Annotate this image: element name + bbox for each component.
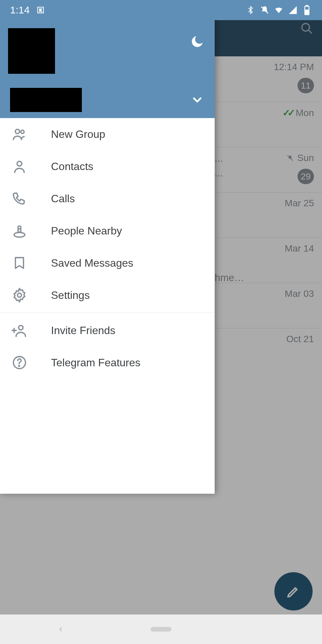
- bluetooth-icon: [246, 5, 256, 15]
- battery-icon: [302, 5, 312, 15]
- signal-icon: [288, 5, 298, 15]
- system-nav-bar: [0, 614, 322, 644]
- menu-calls[interactable]: Calls: [0, 182, 215, 215]
- menu-label: People Nearby: [51, 225, 122, 237]
- menu-label: Telegram Features: [51, 357, 141, 369]
- svg-point-5: [15, 129, 20, 134]
- svg-point-8: [14, 232, 25, 237]
- user-avatar[interactable]: [8, 28, 55, 74]
- svg-point-15: [19, 366, 19, 366]
- menu-label: Invite Friends: [51, 324, 115, 337]
- night-mode-toggle[interactable]: [189, 34, 205, 50]
- menu-label: Calls: [51, 193, 75, 205]
- nav-home-pill[interactable]: [151, 627, 171, 632]
- bookmark-icon: [11, 255, 28, 271]
- svg-point-6: [21, 130, 24, 133]
- status-clock: 1:14: [10, 4, 30, 16]
- menu-settings[interactable]: Settings: [0, 279, 215, 311]
- svg-point-11: [18, 325, 23, 330]
- menu-label: New Group: [51, 128, 105, 141]
- chevron-down-icon: [191, 93, 204, 107]
- menu-saved-messages[interactable]: Saved Messages: [0, 247, 215, 279]
- menu-label: Settings: [51, 289, 90, 302]
- nav-back-icon[interactable]: [57, 626, 64, 633]
- person-icon: [11, 158, 28, 174]
- wifi-icon: [274, 5, 284, 15]
- gear-icon: [11, 287, 28, 303]
- invite-icon: [11, 322, 28, 338]
- menu-invite-friends[interactable]: Invite Friends: [0, 314, 215, 346]
- group-icon: [11, 126, 28, 142]
- phone-icon: [11, 191, 28, 207]
- svg-point-7: [17, 161, 22, 166]
- menu-contacts[interactable]: Contacts: [0, 150, 215, 182]
- svg-point-3: [195, 37, 196, 38]
- navigation-drawer: New Group Contacts Calls: [0, 0, 215, 494]
- dnd-bell-off-icon: [260, 5, 270, 15]
- menu-label: Saved Messages: [51, 257, 133, 269]
- status-app-icon: K: [36, 5, 46, 15]
- nearby-icon: [11, 223, 28, 239]
- menu-divider: [0, 313, 215, 313]
- status-bar: 1:14 K: [0, 0, 322, 20]
- svg-point-10: [17, 293, 21, 297]
- menu-new-group[interactable]: New Group: [0, 118, 215, 150]
- svg-text:K: K: [39, 8, 42, 13]
- drawer-menu: New Group Contacts Calls: [0, 118, 215, 494]
- menu-telegram-features[interactable]: Telegram Features: [0, 346, 215, 379]
- user-name-redacted[interactable]: [10, 88, 82, 112]
- svg-point-4: [193, 39, 194, 40]
- moon-icon: [189, 34, 205, 50]
- svg-rect-22: [306, 10, 308, 14]
- svg-rect-21: [306, 5, 308, 6]
- menu-label: Contacts: [51, 160, 93, 173]
- help-icon: [11, 355, 28, 371]
- menu-people-nearby[interactable]: People Nearby: [0, 215, 215, 247]
- account-expand-toggle[interactable]: [191, 93, 204, 107]
